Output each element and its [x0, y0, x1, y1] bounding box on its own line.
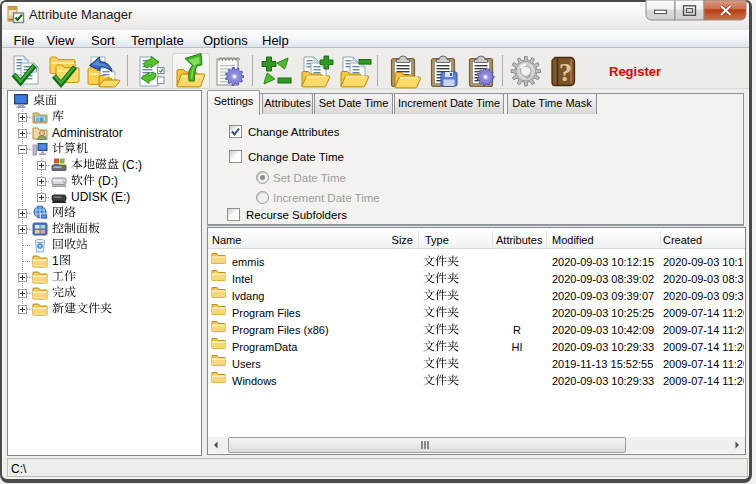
- svg-text:?: ?: [559, 58, 572, 87]
